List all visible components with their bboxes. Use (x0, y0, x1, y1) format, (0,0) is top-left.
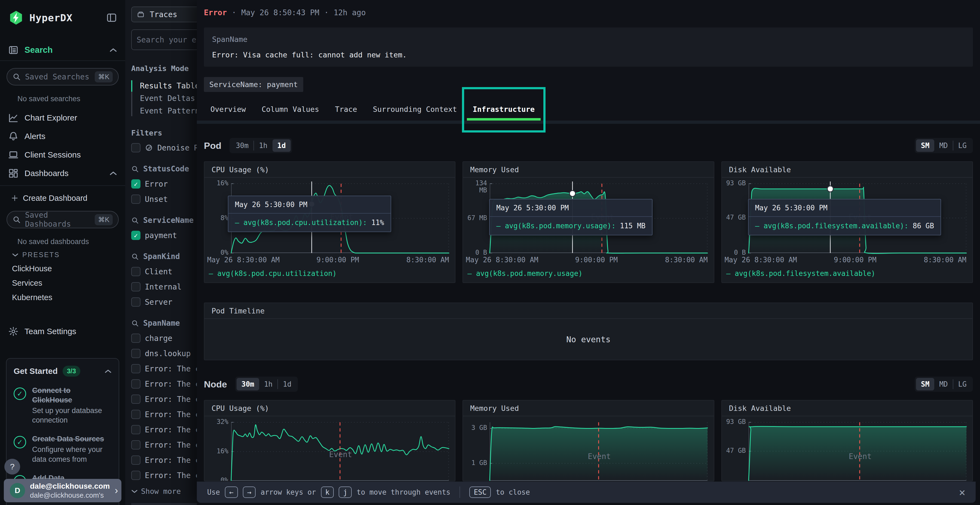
checkbox-unchecked[interactable] (131, 267, 140, 276)
chevron-up-icon[interactable] (110, 48, 117, 52)
checkbox-unchecked[interactable] (131, 349, 140, 358)
filter-option[interactable]: Error: The cr (131, 379, 197, 389)
tab-infrastructure[interactable]: Infrastructure (467, 100, 541, 121)
divider (0, 60, 125, 61)
chevron-up-icon[interactable] (105, 369, 111, 373)
checkbox-unchecked[interactable] (131, 425, 140, 434)
range-1d[interactable]: 1d (278, 378, 296, 391)
range-1h[interactable]: 1h (259, 378, 277, 391)
get-started-task[interactable]: ✓ Create Data Sources Configure where yo… (14, 434, 111, 464)
sidebar-item-alerts[interactable]: Alerts (0, 127, 125, 146)
filter-option[interactable]: Error: The cr (131, 410, 197, 419)
filter-option[interactable]: ✓Error (131, 179, 197, 189)
help-button[interactable]: ? (4, 459, 20, 475)
checkbox-checked[interactable]: ✓ (131, 179, 140, 189)
j-key: j (339, 486, 352, 498)
size-lg[interactable]: LG (953, 378, 972, 391)
y-tick-label: 16% (208, 448, 228, 455)
tab-overview[interactable]: Overview (204, 100, 252, 121)
filter-option[interactable]: ✓payment (131, 231, 197, 240)
checkbox-unchecked[interactable] (131, 195, 140, 204)
sidebar-item-search[interactable]: Search (0, 43, 125, 58)
mode-event-patterns[interactable]: Event Patterns (133, 105, 197, 117)
checkbox-unchecked[interactable] (131, 297, 140, 306)
tab-column-values[interactable]: Column Values (256, 100, 325, 121)
sidebar-item-team-settings[interactable]: Team Settings (0, 322, 125, 341)
source-selector-button[interactable]: Traces (131, 6, 197, 22)
pod-timeline-title: Pod Timeline (204, 303, 972, 319)
preset-clickhouse[interactable]: ClickHouse (0, 262, 125, 276)
filter-option[interactable]: Error: The cr (131, 395, 197, 404)
filter-option[interactable]: Error: The cr (131, 440, 197, 449)
size-md[interactable]: MD (934, 139, 953, 152)
size-md[interactable]: MD (934, 378, 953, 391)
checkbox-unchecked[interactable] (131, 440, 140, 449)
create-dashboard-button[interactable]: Create Dashboard (0, 190, 125, 206)
search-icon[interactable] (131, 253, 139, 260)
saved-searches-input[interactable]: Saved Searches ⌘K (6, 68, 119, 86)
size-sm[interactable]: SM (916, 139, 934, 152)
denoise-checkbox-row[interactable]: Denoise Re (131, 143, 197, 152)
y-tick-label: 0% (208, 477, 228, 481)
filter-option[interactable]: dns.lookup (131, 349, 197, 358)
show-more-button[interactable]: Show more (131, 487, 197, 495)
filter-option[interactable]: Error: The cr (131, 425, 197, 434)
saved-dashboards-input[interactable]: Saved Dashboards ⌘K (6, 211, 119, 228)
checkbox-unchecked[interactable] (131, 379, 140, 389)
search-icon[interactable] (131, 319, 139, 327)
filter-option[interactable]: Unset (131, 195, 197, 204)
source-selector-label: Traces (150, 10, 177, 19)
right-arrow-key: → (243, 486, 256, 498)
tab-trace[interactable]: Trace (329, 100, 363, 121)
filter-option[interactable]: Error: The cr (131, 364, 197, 373)
search-icon[interactable] (131, 165, 139, 173)
range-1d[interactable]: 1d (272, 139, 291, 152)
filter-option[interactable]: Internal (131, 282, 197, 291)
node-memory-chart[interactable]: Event (490, 422, 708, 481)
filter-option[interactable]: Error: The cr (131, 471, 197, 480)
range-30m[interactable]: 30m (237, 378, 259, 391)
sidebar-item-dashboards[interactable]: Dashboards (0, 164, 125, 183)
node-disk-chart[interactable]: Event (749, 422, 966, 481)
laptop-icon (8, 150, 19, 160)
chevron-up-icon[interactable] (110, 171, 117, 176)
search-icon (13, 216, 21, 224)
search-icon[interactable] (131, 217, 139, 224)
size-lg[interactable]: LG (953, 139, 972, 152)
filter-option[interactable]: Server (131, 297, 197, 306)
preset-services[interactable]: Services (0, 276, 125, 290)
get-started-task[interactable]: ✓ Connect to ClickHouse Set up your data… (14, 386, 111, 425)
sidebar-item-client-sessions[interactable]: Client Sessions (0, 146, 125, 164)
sidebar-collapse-icon[interactable] (106, 12, 117, 23)
filter-option[interactable]: Client (131, 267, 197, 276)
filter-option[interactable]: charge (131, 333, 197, 343)
checkbox-unchecked[interactable] (131, 395, 140, 404)
checkbox-unchecked[interactable] (131, 364, 140, 373)
checkbox-checked[interactable]: ✓ (131, 231, 140, 240)
presets-header[interactable]: PRESETS (0, 246, 125, 259)
range-30m[interactable]: 30m (231, 139, 253, 152)
size-sm[interactable]: SM (916, 378, 934, 391)
node-cpu-card: CPU Usage (%) 32%16%0% Event (204, 400, 455, 481)
checkbox-unchecked[interactable] (131, 471, 140, 480)
range-1h[interactable]: 1h (254, 139, 272, 152)
checkbox-unchecked[interactable] (131, 333, 140, 343)
mode-results-table[interactable]: Results Table (133, 80, 197, 92)
event-search-input[interactable]: Search your e (131, 29, 197, 50)
service-name-chip[interactable]: ServiceName: payment (204, 77, 303, 92)
mode-event-deltas[interactable]: Event Deltas (133, 92, 197, 105)
checkbox-unchecked[interactable] (131, 282, 140, 291)
tab-surrounding-context[interactable]: Surrounding Context (367, 100, 463, 121)
node-cpu-chart[interactable]: Event (231, 422, 449, 481)
close-icon[interactable]: ✕ (959, 486, 965, 498)
esc-key: ESC (469, 486, 491, 498)
denoise-label: Denoise Re (158, 143, 197, 152)
checkbox-unchecked[interactable] (131, 410, 140, 419)
preset-kubernetes[interactable]: Kubernetes (0, 290, 125, 305)
checkbox-unchecked[interactable] (131, 456, 140, 465)
more-filters-button[interactable]: More fil (131, 503, 197, 505)
checkbox-unchecked[interactable] (131, 143, 140, 152)
filter-option[interactable]: Error: The cr (131, 456, 197, 465)
sidebar-item-chart-explorer[interactable]: Chart Explorer (0, 108, 125, 127)
user-menu[interactable]: D dale@clickhouse.com dale@clickhouse.co… (4, 479, 121, 502)
